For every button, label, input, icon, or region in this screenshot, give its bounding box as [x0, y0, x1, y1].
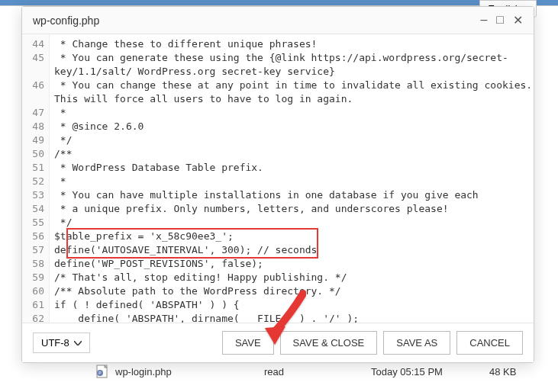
code-content[interactable]: * Change these to different unique phras… — [50, 34, 534, 323]
code-line[interactable]: * @since 2.6.0 — [54, 120, 532, 133]
line-number: 46 — [30, 79, 44, 92]
line-number: 57 — [30, 243, 44, 257]
code-line[interactable]: */ — [54, 133, 532, 147]
minimize-icon[interactable]: – — [480, 13, 487, 27]
modal-header[interactable]: wp-config.php – □ ✕ — [22, 7, 534, 34]
line-number: 54 — [30, 202, 44, 216]
file-size: 48 KB — [489, 366, 535, 378]
file-permission: read — [264, 366, 371, 378]
file-list-row[interactable]: P wp-login.php read Today 05:15 PM 48 KB — [95, 362, 543, 381]
line-number: 60 — [30, 284, 44, 298]
line-number: 55 — [30, 216, 44, 230]
modal-footer: UTF-8 SAVE SAVE & CLOSE SAVE AS CANCEL — [22, 323, 534, 362]
cancel-button[interactable]: CANCEL — [456, 331, 523, 355]
code-line[interactable]: */ — [54, 216, 532, 230]
code-line[interactable]: define('AUTOSAVE_INTERVAL', 300); // sec… — [54, 243, 532, 257]
code-line[interactable]: /** — [54, 147, 532, 161]
line-number: 53 — [30, 188, 44, 202]
code-line[interactable]: * You can have multiple installations in… — [54, 188, 532, 202]
line-number: 44 — [30, 37, 44, 51]
line-number: 56 — [30, 230, 44, 243]
line-number: 51 — [30, 161, 44, 175]
code-line[interactable]: * — [54, 106, 532, 120]
line-number: 49 — [30, 133, 44, 147]
code-line[interactable]: define( 'ABSPATH', dirname( __FILE__ ) .… — [54, 312, 532, 323]
code-line[interactable]: /** Absolute path to the WordPress direc… — [54, 284, 532, 298]
code-line[interactable]: * — [54, 175, 532, 188]
save-as-button[interactable]: SAVE AS — [383, 331, 450, 355]
code-line[interactable]: * WordPress Database Table prefix. — [54, 161, 532, 175]
line-number: 62 — [30, 312, 44, 323]
code-line[interactable]: * a unique prefix. Only numbers, letters… — [54, 202, 532, 216]
code-line-wrap[interactable]: This will force all users to have to log… — [54, 92, 532, 106]
code-line[interactable]: define('WP_POST_REVISIONS', false); — [54, 257, 532, 271]
line-number: 61 — [30, 298, 44, 312]
code-line[interactable]: * You can generate these using the {@lin… — [54, 51, 532, 65]
code-line[interactable]: $table_prefix = 'x_58c90ee3_'; — [54, 230, 532, 243]
close-icon[interactable]: ✕ — [513, 13, 523, 27]
code-line-wrap[interactable]: key/1.1/salt/ WordPress.org secret-key s… — [54, 65, 532, 79]
encoding-label: UTF-8 — [41, 337, 69, 349]
code-line[interactable]: /* That's all, stop editing! Happy publi… — [54, 271, 532, 284]
save-close-button[interactable]: SAVE & CLOSE — [280, 331, 378, 355]
code-line[interactable]: if ( ! defined( 'ABSPATH' ) ) { — [54, 298, 532, 312]
modal-controls: – □ ✕ — [480, 13, 523, 27]
app-toolbar — [0, 0, 558, 6]
line-number: 48 — [30, 120, 44, 133]
chevron-down-icon — [74, 341, 82, 345]
file-date: Today 05:15 PM — [371, 366, 489, 378]
editor-modal: wp-config.php – □ ✕ 4445.46.474849505152… — [21, 6, 534, 363]
file-name: wp-login.php — [115, 366, 264, 378]
modal-title: wp-config.php — [33, 14, 480, 27]
maximize-icon[interactable]: □ — [496, 13, 504, 27]
encoding-select[interactable]: UTF-8 — [33, 333, 90, 353]
code-line[interactable]: * Change these to different unique phras… — [54, 37, 532, 51]
line-number: 47 — [30, 106, 44, 120]
save-button[interactable]: SAVE — [222, 331, 274, 355]
php-file-icon: P — [95, 365, 111, 378]
line-number: 58 — [30, 257, 44, 271]
line-number: 50 — [30, 147, 44, 161]
code-editor[interactable]: 4445.46.47484950515253545556575859606162… — [22, 34, 534, 323]
line-number: 52 — [30, 175, 44, 188]
line-number: 45 — [30, 51, 44, 65]
line-gutter: 4445.46.47484950515253545556575859606162… — [22, 34, 50, 323]
line-number: 59 — [30, 271, 44, 284]
code-line[interactable]: * You can change these at any point in t… — [54, 79, 532, 92]
